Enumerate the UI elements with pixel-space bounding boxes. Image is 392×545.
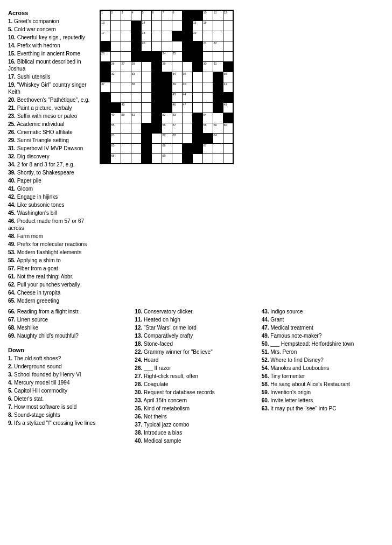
grid-cell: 29 <box>162 61 172 72</box>
clue-item: 22. Grammy winner for "Believe" <box>135 348 257 355</box>
clue-item: 10. Conservatory clicker <box>135 308 257 315</box>
grid-cell: 46 <box>172 102 182 113</box>
grid-cell: 67 <box>202 143 213 153</box>
grid-cell <box>141 102 151 113</box>
clue-item: 1. The old soft shoes? <box>8 355 130 362</box>
grid-cell: 12 <box>223 10 233 20</box>
clue-item: 67. Linen source <box>8 316 130 323</box>
grid-cell <box>202 92 213 102</box>
grid-cell: 44 <box>182 92 192 102</box>
grid-cell: 40 <box>182 82 192 92</box>
grid-cell <box>202 102 213 113</box>
grid-cell: 5 <box>141 10 151 20</box>
grid-cell <box>151 153 162 164</box>
grid-cell <box>192 102 202 113</box>
grid-cell <box>223 133 233 143</box>
grid-cell: 3 <box>121 10 131 20</box>
clue-item: 27. Right-click result, often <box>135 373 257 380</box>
grid-cell: 45 <box>121 102 131 113</box>
grid-cell <box>192 41 202 51</box>
clue-item: 43. Indigo source <box>262 308 384 315</box>
clue-item: 23. Suffix with meso or paleo <box>8 113 94 120</box>
grid-cell: 7 <box>162 10 172 20</box>
grid-cell <box>162 102 172 113</box>
grid-cell <box>141 153 151 164</box>
grid-cell <box>213 20 223 31</box>
grid-cell <box>131 20 141 31</box>
clue-item: 12. "Star Wars" crime lord <box>135 324 257 331</box>
grid-cell: 31 <box>213 61 223 72</box>
grid-cell <box>223 41 233 51</box>
grid-cell <box>213 143 223 153</box>
grid-cell <box>192 123 202 133</box>
grid-cell: 59 <box>213 123 223 133</box>
clue-item: 13. Comparatively crafty <box>135 332 257 339</box>
clue-item: 54. Manolos and Louboutins <box>262 365 384 372</box>
clue-item: 40. Medical sample <box>135 437 257 444</box>
grid-cell <box>172 153 182 164</box>
grid-cell <box>213 92 223 102</box>
grid-cell <box>213 153 223 164</box>
grid-cell <box>151 133 162 143</box>
clue-item: 53. Modern flashlight elements <box>8 249 94 256</box>
grid-cell <box>213 51 223 61</box>
grid-cell <box>151 113 162 123</box>
puzzle-area: 1234567810111213141516171819202122232425… <box>100 10 384 305</box>
grid-cell: 48 <box>223 102 233 113</box>
crossword-grid: 1234567810111213141516171819202122232425… <box>100 10 234 164</box>
grid-cell <box>162 92 172 102</box>
grid-cell <box>121 143 131 153</box>
clue-item: 11. Heated on high <box>135 316 257 323</box>
grid-cell <box>151 51 162 61</box>
clue-item: 5. Capitol Hill commodity <box>8 387 130 394</box>
grid-cell <box>223 92 233 102</box>
grid-cell: 23 <box>100 51 110 61</box>
clue-item: 69. Naughty child's mouthful? <box>8 332 130 339</box>
grid-cell <box>131 133 141 143</box>
grid-cell: 25 <box>172 51 182 61</box>
grid-cell <box>213 102 223 113</box>
clue-item: 29. Sunni Triangle setting <box>8 137 94 144</box>
grid-cell <box>131 153 141 164</box>
across-right-col: 66. Reading from a flight instr.67. Line… <box>8 308 130 445</box>
grid-cell: 47 <box>182 102 192 113</box>
grid-cell <box>202 153 213 164</box>
grid-cell <box>121 153 131 164</box>
grid-cell: 20 <box>141 41 151 51</box>
grid-cell: 39 <box>172 82 182 92</box>
clue-item: 47. Medical treatment <box>262 324 384 331</box>
grid-cell: 58 <box>202 123 213 133</box>
clue-item: 24. Hoard <box>135 357 257 364</box>
clue-item: 14. Prefix with hedron <box>8 42 94 49</box>
grid-cell <box>192 113 202 123</box>
grid-cell <box>182 41 192 51</box>
clue-item: 62. Pull your punches verbally <box>8 281 94 288</box>
grid-cell <box>182 31 192 41</box>
grid-cell <box>110 20 121 31</box>
clue-item: 65. Modern greeeting <box>8 297 94 304</box>
grid-cell <box>141 113 151 123</box>
grid-cell <box>182 113 192 123</box>
grid-cell <box>172 143 182 153</box>
clue-item: 9. It's a stylized "f" crossing five lin… <box>8 420 130 427</box>
grid-cell <box>131 41 141 51</box>
grid-cell <box>182 10 192 20</box>
grid-cell <box>151 143 162 153</box>
grid-cell: 36 <box>223 72 233 82</box>
grid-cell <box>162 72 172 82</box>
clue-item: 3. School founded by Henry VI <box>8 371 130 378</box>
grid-cell <box>100 92 110 102</box>
grid-cell <box>223 61 233 72</box>
grid-cell <box>151 72 162 82</box>
grid-cell <box>192 82 202 92</box>
clues-bottom: 66. Reading from a flight instr.67. Line… <box>8 308 384 445</box>
grid-cell: 57 <box>172 123 182 133</box>
grid-cell <box>162 82 172 92</box>
grid-cell <box>100 72 110 82</box>
clue-item: 38. Introduce a bias <box>135 429 257 436</box>
grid-cell <box>100 153 110 164</box>
grid-cell: 16 <box>202 20 213 31</box>
grid-cell <box>100 133 110 143</box>
grid-cell <box>162 20 172 31</box>
grid-cell <box>162 31 172 41</box>
